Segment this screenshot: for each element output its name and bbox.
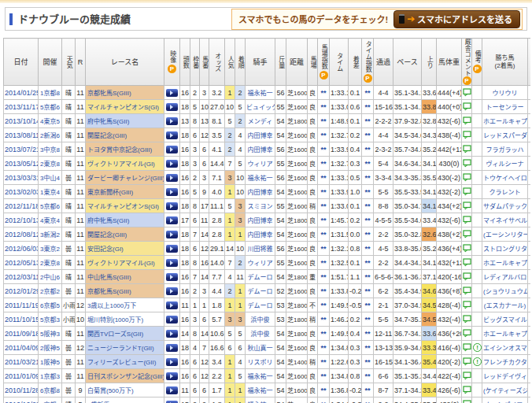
stable-comment-icon[interactable] bbox=[463, 216, 471, 224]
video-icon[interactable] bbox=[166, 231, 178, 238]
stable-comment-icon[interactable] bbox=[463, 386, 471, 394]
remark-icon[interactable]: ! bbox=[473, 343, 482, 352]
race-link[interactable]: 京都牝馬S(GIII) bbox=[87, 288, 131, 295]
jockey-link[interactable]: ビュイック bbox=[246, 104, 275, 111]
video-icon[interactable] bbox=[166, 330, 178, 338]
stable-comment-icon[interactable] bbox=[463, 272, 471, 281]
venue-link[interactable]: 3中京8 bbox=[40, 146, 60, 153]
jockey-link[interactable]: デムーロ bbox=[248, 288, 273, 295]
video-icon[interactable] bbox=[166, 103, 178, 111]
stable-comment-icon[interactable] bbox=[463, 287, 471, 295]
date-link[interactable]: 2013/07/21 bbox=[5, 146, 39, 153]
video-icon[interactable] bbox=[166, 202, 178, 210]
date-link[interactable]: 2013/03/31 bbox=[5, 174, 39, 182]
video-icon[interactable] bbox=[166, 146, 178, 153]
stable-comment-icon[interactable] bbox=[463, 329, 471, 338]
stable-comment-icon[interactable] bbox=[463, 315, 471, 324]
date-link[interactable]: 2012/11/18 bbox=[5, 202, 39, 210]
stable-comment-icon[interactable] bbox=[463, 145, 471, 153]
stable-comment-icon[interactable] bbox=[463, 357, 471, 366]
stable-comment-icon[interactable] bbox=[463, 230, 471, 238]
winner-link[interactable]: ホエールキャプチャ bbox=[483, 118, 528, 125]
date-link[interactable]: 2010/11/28 bbox=[5, 386, 39, 394]
venue-link[interactable]: 6京都5 bbox=[40, 302, 60, 309]
date-link[interactable]: 2014/01/25 bbox=[5, 89, 39, 97]
winner-link[interactable]: マイネイサベル bbox=[483, 217, 527, 224]
venue-link[interactable]: 2東京8 bbox=[40, 260, 60, 267]
stable-comment-icon[interactable] bbox=[463, 301, 471, 309]
venue-link[interactable]: 1京都8 bbox=[40, 90, 60, 97]
winner-link[interactable]: トーセンラー bbox=[486, 104, 524, 111]
jockey-link[interactable]: デムーロ bbox=[248, 302, 273, 309]
stable-comment-icon[interactable] bbox=[463, 258, 471, 267]
jockey-link[interactable]: デムーロ bbox=[248, 274, 273, 281]
winner-link[interactable]: (エスカナール) bbox=[484, 302, 526, 309]
race-link[interactable]: マイルチャンピオンS(GI) bbox=[87, 104, 159, 111]
jockey-link[interactable]: 福永祐一 bbox=[248, 373, 273, 380]
date-link[interactable]: 2010/10/23 bbox=[5, 401, 39, 403]
video-icon[interactable] bbox=[166, 358, 178, 366]
video-icon[interactable] bbox=[166, 386, 178, 394]
venue-link[interactable]: 1京都3 bbox=[40, 373, 60, 380]
venue-link[interactable]: 2京都2 bbox=[40, 288, 60, 295]
jockey-link[interactable]: 福永祐一 bbox=[248, 90, 273, 97]
race-link[interactable]: 関西TVローズS(GII) bbox=[87, 331, 143, 338]
video-icon[interactable] bbox=[166, 174, 178, 182]
race-link[interactable]: フィリーズレビュー(GII) bbox=[87, 359, 156, 366]
winner-link[interactable]: ウリウリ bbox=[493, 90, 518, 97]
video-icon[interactable] bbox=[166, 160, 178, 168]
venue-link[interactable]: 5京都6 bbox=[40, 104, 60, 111]
send-to-phone-button[interactable]: ➔ スマホにアドレスを送る bbox=[393, 10, 520, 28]
jockey-link[interactable]: 内田博幸 bbox=[248, 146, 273, 153]
date-link[interactable]: 2012/10/13 bbox=[5, 216, 39, 224]
date-link[interactable]: 2012/06/03 bbox=[5, 245, 39, 253]
winner-link[interactable]: レッドスパーダ bbox=[483, 132, 527, 139]
stable-comment-icon[interactable] bbox=[463, 343, 471, 352]
jockey-link[interactable]: 浜中俊 bbox=[251, 331, 270, 338]
date-link[interactable]: 2013/10/14 bbox=[5, 117, 39, 125]
date-link[interactable]: 2011/03/21 bbox=[5, 358, 39, 366]
jockey-link[interactable]: 福永祐一 bbox=[248, 387, 273, 394]
stable-comment-icon[interactable] bbox=[463, 102, 471, 111]
video-icon[interactable] bbox=[166, 188, 178, 196]
stable-comment-icon[interactable] bbox=[463, 159, 471, 168]
date-link[interactable]: 2011/01/09 bbox=[5, 372, 39, 380]
venue-link[interactable]: 2新潟6 bbox=[40, 132, 60, 139]
jockey-link[interactable]: 内田博幸 bbox=[248, 189, 273, 196]
venue-link[interactable]: 4東京4 bbox=[40, 217, 60, 224]
venue-link[interactable]: 1阪神5 bbox=[40, 359, 60, 366]
video-icon[interactable] bbox=[166, 117, 178, 125]
jockey-link[interactable]: メンディ bbox=[248, 118, 272, 125]
stable-comment-icon[interactable] bbox=[463, 116, 471, 125]
jockey-link[interactable]: 浜中俊 bbox=[251, 316, 270, 324]
venue-link[interactable]: 1東京4 bbox=[40, 189, 60, 196]
stable-comment-icon[interactable] bbox=[463, 244, 471, 253]
winner-link[interactable]: トウケイヘイロー bbox=[483, 175, 528, 182]
jockey-link[interactable]: 内田博幸 bbox=[248, 132, 273, 139]
date-link[interactable]: 2011/11/19 bbox=[5, 301, 39, 309]
race-link[interactable]: 京都牝馬S(GIII) bbox=[87, 90, 131, 97]
venue-link[interactable]: 2阪神5 bbox=[40, 345, 60, 352]
date-link[interactable]: 2013/08/11 bbox=[5, 131, 39, 139]
video-icon[interactable] bbox=[166, 344, 178, 352]
venue-link[interactable]: 5京都3 bbox=[40, 316, 60, 324]
race-link[interactable]: 安田記念(GI) bbox=[87, 246, 124, 253]
winner-link[interactable]: ホエールキャプチャ bbox=[483, 331, 528, 338]
stable-comment-icon[interactable] bbox=[463, 88, 471, 97]
video-icon[interactable] bbox=[166, 316, 178, 324]
winner-link[interactable]: レディアルバローザ bbox=[483, 274, 528, 281]
venue-link[interactable]: 5京都6 bbox=[40, 203, 60, 210]
date-link[interactable]: 2013/05/12 bbox=[5, 160, 39, 168]
date-link[interactable]: 2012/08/12 bbox=[5, 231, 39, 238]
race-link[interactable]: 府中牝馬S(GII) bbox=[87, 217, 129, 224]
winner-link[interactable]: クラレント bbox=[490, 189, 521, 196]
video-icon[interactable] bbox=[166, 372, 178, 380]
stable-comment-icon[interactable] bbox=[463, 187, 471, 196]
venue-link[interactable]: 5阪神3 bbox=[40, 331, 60, 338]
video-icon[interactable] bbox=[166, 287, 178, 295]
winner-link[interactable]: フラガラッハ bbox=[486, 146, 524, 153]
stable-comment-icon[interactable] bbox=[463, 173, 471, 182]
race-link[interactable]: 東京新聞杯(GIII) bbox=[87, 189, 133, 196]
venue-link[interactable]: 2中山6 bbox=[40, 274, 60, 281]
winner-link[interactable]: サダムパテック bbox=[483, 203, 527, 210]
